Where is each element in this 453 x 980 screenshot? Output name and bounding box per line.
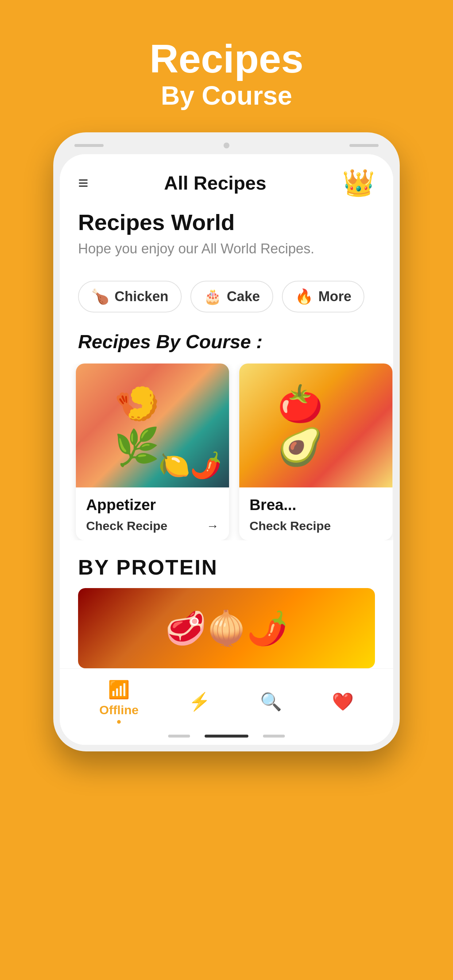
bread-image bbox=[239, 363, 392, 487]
recipe-cards-row: Appetizer Check Recipe → Brea... Check R… bbox=[60, 363, 393, 540]
appetizer-image bbox=[76, 363, 229, 487]
app-header: ≡ All Recipes 👑 bbox=[60, 154, 393, 205]
category-chicken[interactable]: 🍗 Chicken bbox=[78, 281, 182, 312]
recipe-card-bread[interactable]: Brea... Check Recipe bbox=[239, 363, 392, 540]
bottom-nav: 📶 Offline ⚡ 🔍 ❤️ bbox=[60, 668, 393, 727]
more-label: More bbox=[318, 289, 352, 304]
flash-icon: ⚡ bbox=[188, 692, 211, 712]
bread-card-body: Brea... Check Recipe bbox=[239, 487, 392, 540]
appetizer-card-body: Appetizer Check Recipe → bbox=[76, 487, 229, 540]
offline-label: Offline bbox=[99, 703, 139, 717]
app-title: All Recipes bbox=[164, 172, 266, 194]
hero-subtitle: Hope you enjoy our All World Recipes. bbox=[78, 241, 375, 257]
shrimp-food-image bbox=[76, 363, 229, 487]
offline-icon: 📶 bbox=[108, 679, 130, 700]
page-title-line2: By Course bbox=[150, 81, 303, 110]
bread-link-label: Check Recipe bbox=[249, 519, 331, 533]
nav-flash[interactable]: ⚡ bbox=[188, 692, 211, 712]
cake-emoji: 🎂 bbox=[204, 288, 222, 305]
appetizer-name: Appetizer bbox=[86, 496, 219, 514]
more-emoji: 🔥 bbox=[295, 288, 313, 305]
hero-section: Recipes World Hope you enjoy our All Wor… bbox=[60, 205, 393, 281]
toast-food-image bbox=[239, 363, 392, 487]
phone-mockup: ≡ All Recipes 👑 Recipes World Hope you e… bbox=[53, 132, 400, 751]
category-pills: 🍗 Chicken 🎂 Cake 🔥 More bbox=[60, 281, 393, 323]
notch-line-right bbox=[349, 144, 379, 147]
page-title-line1: Recipes bbox=[150, 37, 303, 81]
hero-title: Recipes World bbox=[78, 209, 375, 235]
appetizer-arrow-icon: → bbox=[206, 519, 219, 533]
notch-line-left bbox=[74, 144, 104, 147]
protein-section: BY PROTEIN bbox=[60, 540, 393, 668]
cake-label: Cake bbox=[227, 289, 260, 304]
search-icon: 🔍 bbox=[260, 692, 282, 712]
appetizer-check-recipe[interactable]: Check Recipe → bbox=[86, 519, 219, 533]
phone-notch bbox=[60, 139, 393, 154]
nav-search[interactable]: 🔍 bbox=[260, 692, 282, 712]
home-bar-center bbox=[205, 735, 248, 738]
page-header: Recipes By Course bbox=[150, 37, 303, 110]
recipe-card-appetizer[interactable]: Appetizer Check Recipe → bbox=[76, 363, 229, 540]
recipes-by-course-title: Recipes By Course : bbox=[60, 323, 393, 363]
nav-active-dot bbox=[117, 720, 121, 724]
protein-image bbox=[78, 588, 375, 668]
nav-offline[interactable]: 📶 Offline bbox=[99, 679, 139, 724]
bread-name: Brea... bbox=[249, 496, 382, 514]
notch-camera bbox=[223, 143, 230, 148]
category-cake[interactable]: 🎂 Cake bbox=[190, 281, 273, 312]
appetizer-link-label: Check Recipe bbox=[86, 519, 167, 533]
heart-icon: ❤️ bbox=[332, 692, 354, 712]
bread-check-recipe[interactable]: Check Recipe bbox=[249, 519, 382, 533]
home-bar-right bbox=[263, 735, 285, 738]
chicken-emoji: 🍗 bbox=[91, 288, 109, 305]
hamburger-icon[interactable]: ≡ bbox=[78, 173, 88, 193]
crown-icon: 👑 bbox=[342, 167, 375, 198]
bottom-home-bar bbox=[60, 727, 393, 745]
protein-title: BY PROTEIN bbox=[78, 555, 375, 579]
category-more[interactable]: 🔥 More bbox=[282, 281, 365, 312]
chicken-label: Chicken bbox=[115, 289, 169, 304]
home-bar-left bbox=[168, 735, 190, 738]
phone-screen: ≡ All Recipes 👑 Recipes World Hope you e… bbox=[60, 154, 393, 745]
nav-favorites[interactable]: ❤️ bbox=[332, 692, 354, 712]
